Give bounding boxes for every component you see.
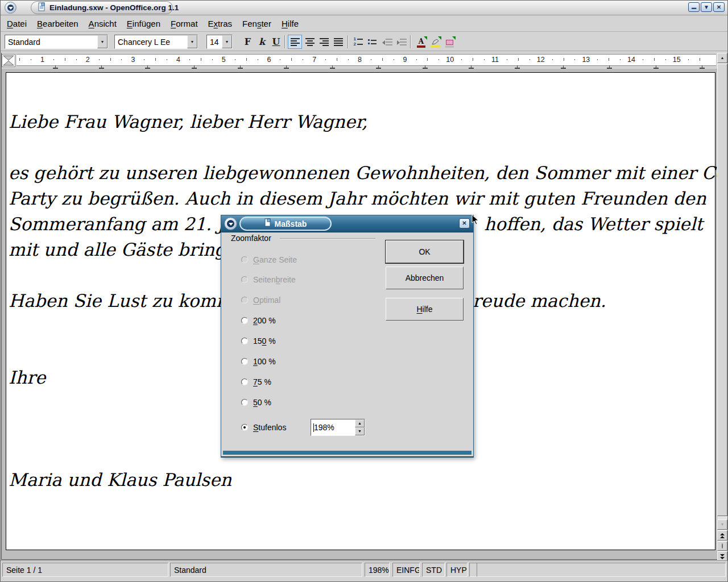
italic-button[interactable]: k: [255, 35, 269, 49]
window-title: Einladung.sxw - OpenOffice.org 1.1: [49, 3, 179, 12]
font-name-combo[interactable]: Chancery L Ee ▼: [114, 35, 198, 49]
numbered-list-button[interactable]: 1 2: [351, 35, 366, 49]
dialog-title: Maßstab: [275, 219, 307, 228]
decrease-indent-button[interactable]: [380, 35, 394, 49]
ruler-number: 8: [358, 56, 362, 64]
ruler-number: 6: [267, 56, 271, 64]
align-right-icon: [320, 38, 329, 46]
spin-up-button[interactable]: ▲: [355, 419, 365, 427]
radio-label: 150 %: [253, 336, 276, 346]
dialog-footer-bar: [223, 451, 471, 455]
indent-marker[interactable]: [2, 54, 15, 67]
ok-button[interactable]: OK: [386, 240, 464, 263]
background-color-icon: [444, 36, 456, 48]
highlighting-button[interactable]: [428, 35, 442, 49]
increase-indent-button[interactable]: [394, 35, 408, 49]
shade-icon: ▼: [704, 4, 709, 10]
status-hyperlink-mode[interactable]: HYP: [446, 563, 468, 577]
vertical-scrollbar[interactable]: ▲ ▼: [717, 53, 727, 562]
radio-label: Ganze Seite: [253, 255, 297, 264]
minimize-button[interactable]: ▁: [688, 2, 700, 12]
help-button[interactable]: Hilfe: [386, 298, 464, 321]
underline-button[interactable]: U: [269, 35, 283, 49]
radio-100[interactable]: 100 %: [241, 356, 276, 367]
menu-extras[interactable]: Extras: [203, 16, 238, 31]
previous-page-button[interactable]: [717, 530, 727, 541]
chevron-down-icon[interactable]: ▼: [187, 35, 197, 48]
scrollbar-thumb[interactable]: [717, 64, 727, 516]
menu-bearbeiten[interactable]: Bearbeiten: [32, 16, 84, 31]
document-line: Haben Sie Lust zu kommenreude machen.: [9, 290, 254, 311]
dialog-window-menu-button[interactable]: [224, 217, 237, 230]
menu-ansicht[interactable]: Ansicht: [84, 16, 122, 31]
navigation-dot-icon: [722, 543, 723, 548]
menu-format[interactable]: Format: [166, 16, 203, 31]
bold-button[interactable]: F: [241, 35, 255, 49]
menu-fenster[interactable]: Fenster: [237, 16, 276, 31]
chevron-down-icon[interactable]: ▼: [97, 35, 107, 48]
navigation-button[interactable]: [717, 541, 727, 551]
font-color-button[interactable]: A: [414, 35, 428, 49]
document-icon: [38, 2, 46, 14]
spinner: ▲ ▼: [355, 419, 365, 435]
bold-icon: F: [245, 36, 251, 47]
dialog-titlebar[interactable]: Maßstab ✕: [221, 215, 473, 232]
chevron-down-icon[interactable]: ▼: [222, 35, 232, 48]
window-menu-button[interactable]: [5, 2, 16, 14]
spin-down-button[interactable]: ▼: [355, 427, 365, 435]
zoom-value-field[interactable]: 198% ▲ ▼: [311, 419, 365, 436]
radio-ganze-seite[interactable]: Ganze Seite: [241, 254, 297, 265]
radio-icon: [241, 276, 248, 283]
document-icon: [264, 218, 271, 229]
highlighting-icon: [430, 36, 441, 48]
ruler-number: 14: [627, 56, 635, 64]
close-button[interactable]: ✕: [713, 2, 725, 12]
close-icon: ✕: [717, 4, 721, 10]
menu-einfuegen[interactable]: Einfügen: [122, 16, 166, 31]
status-empty-cell: [477, 563, 726, 577]
window-menu-icon: [7, 5, 14, 11]
status-selection-mode[interactable]: STD: [422, 563, 445, 577]
document-line: Maria und Klaus Paulsen: [9, 469, 231, 490]
cancel-button[interactable]: Abbrechen: [386, 267, 464, 289]
font-size-value: 14: [207, 35, 222, 48]
document-line: Sommeranfang am 21. Junihoffen, das Wett…: [9, 214, 253, 234]
scroll-down-button[interactable]: ▼: [717, 519, 727, 530]
background-color-button[interactable]: [442, 35, 457, 49]
radio-75[interactable]: 75 %: [241, 376, 271, 388]
align-left-button[interactable]: [288, 35, 302, 49]
radio-stufenlos[interactable]: Stufenlos: [241, 422, 286, 433]
zoom-dialog: Maßstab ✕ Zoomfaktor Ganze Seite Seitenb…: [221, 215, 474, 458]
titlebar: Einladung.sxw - OpenOffice.org 1.1 ▁ ▼ ✕: [1, 0, 727, 15]
paragraph-style-combo[interactable]: Standard ▼: [5, 35, 108, 49]
shade-button[interactable]: ▼: [701, 2, 712, 12]
ruler-number: 10: [446, 56, 454, 64]
align-right-button[interactable]: [317, 35, 331, 49]
radio-150[interactable]: 150 %: [241, 335, 276, 347]
status-zoom[interactable]: 198%: [365, 563, 390, 577]
menu-datei[interactable]: Datei: [2, 16, 32, 31]
status-insert-mode[interactable]: EINFG: [392, 563, 420, 577]
statusbar: Seite 1 / 1 Standard 198% EINFG STD HYP: [1, 560, 727, 578]
status-page-style[interactable]: Standard: [170, 563, 362, 577]
radio-200[interactable]: 200 %: [241, 315, 276, 326]
radio-optimal[interactable]: Optimal: [241, 294, 280, 306]
double-up-arrow-icon: [718, 531, 727, 540]
horizontal-ruler[interactable]: 123456789101112131415: [1, 53, 717, 69]
scroll-up-button[interactable]: ▲: [717, 53, 727, 63]
bullet-list-button[interactable]: [366, 35, 380, 49]
align-center-button[interactable]: [303, 35, 317, 49]
status-page[interactable]: Seite 1 / 1: [2, 563, 168, 577]
radio-50[interactable]: 50 %: [241, 397, 271, 408]
radio-seitenbreite[interactable]: Seitenbreite: [241, 274, 296, 285]
ruler-number: 15: [673, 56, 681, 64]
align-justify-button[interactable]: [331, 35, 345, 49]
radio-icon: [241, 256, 248, 263]
font-name-value: Chancery L Ee: [115, 35, 187, 48]
radio-label: 50 %: [253, 398, 271, 407]
font-size-combo[interactable]: 14 ▼: [206, 35, 233, 49]
menu-hilfe[interactable]: Hilfe: [276, 16, 304, 31]
window-title-pill[interactable]: Einladung.sxw - OpenOffice.org 1.1: [31, 1, 173, 14]
ruler-number: 5: [222, 56, 226, 64]
dialog-close-button[interactable]: ✕: [459, 218, 470, 228]
